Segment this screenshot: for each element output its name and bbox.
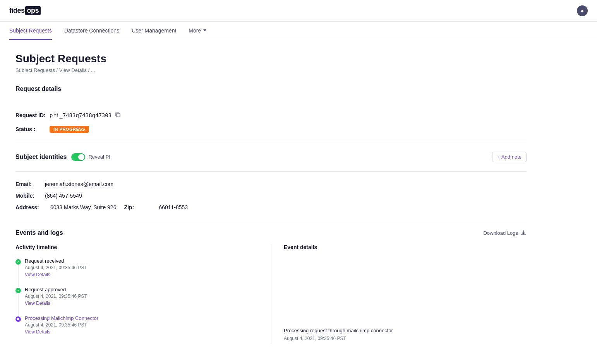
page-content: Subject Requests Subject Requests / View…	[0, 40, 542, 356]
download-icon	[520, 230, 527, 236]
subject-identities-header-left: Subject identities Reveal PII	[15, 153, 112, 161]
nav-more[interactable]: More	[189, 22, 206, 40]
timeline-view-details-3[interactable]: View Details	[25, 329, 259, 335]
user-avatar-icon[interactable]: ●	[577, 5, 588, 16]
svg-rect-0	[117, 113, 120, 117]
events-grid: Activity timeline Request received Augus…	[15, 244, 527, 344]
main-nav: Subject Requests Datastore Connections U…	[0, 22, 597, 40]
chevron-down-icon	[203, 29, 206, 31]
email-value: jeremiah.stones@email.com	[45, 181, 113, 187]
subject-identities-title: Subject identities	[15, 154, 67, 161]
request-id-label: Request ID:	[15, 112, 46, 118]
events-logs-title: Events and logs	[15, 229, 63, 236]
timeline-view-details-2[interactable]: View Details	[25, 301, 259, 306]
timeline-item-3: Processing Mailchimp Connector August 4,…	[15, 315, 259, 335]
mobile-field-row: Mobile: (864) 457-5549	[15, 193, 527, 199]
nav-subject-requests[interactable]: Subject Requests	[9, 22, 52, 40]
timeline-dot-1	[15, 259, 21, 265]
address-label: Address:	[15, 204, 43, 210]
event-details-col-title: Event details	[284, 244, 527, 250]
event-detail-timestamp: August 4, 2021, 09:35:46 PST	[284, 336, 527, 341]
timeline-event-title-2: Request approved	[25, 287, 259, 292]
email-field-row: Email: jeremiah.stones@email.com	[15, 181, 527, 187]
divider-3	[15, 171, 527, 172]
timeline-line-2	[18, 293, 19, 316]
add-note-button[interactable]: + Add note	[492, 152, 527, 162]
timeline-event-title-1: Request received	[25, 258, 259, 264]
status-label: Status :	[15, 126, 46, 132]
mobile-label: Mobile:	[15, 193, 43, 199]
request-id-value: pri_7483q7438q47303	[50, 112, 112, 118]
copy-icon[interactable]	[115, 111, 121, 119]
timeline-timestamp-1: August 4, 2021, 09:35:46 PST	[25, 265, 259, 270]
divider-2	[15, 142, 527, 142]
event-details-col: Event details Processing request through…	[271, 244, 527, 344]
timeline-item-2: Request approved August 4, 2021, 09:35:4…	[15, 287, 259, 306]
logo: fidesops	[9, 6, 41, 15]
email-label: Email:	[15, 181, 43, 187]
request-id-row: Request ID: pri_7483q7438q47303	[15, 111, 527, 119]
nav-user-management[interactable]: User Management	[132, 22, 176, 40]
divider-4	[15, 220, 527, 220]
mobile-value: (864) 457-5549	[45, 193, 82, 199]
address-value: 6033 Marks Way, Suite 926	[50, 204, 116, 210]
status-badge: IN PROGRESS	[50, 126, 89, 133]
logo-ops-text: ops	[25, 6, 41, 15]
toggle-label: Reveal PII	[88, 154, 112, 160]
timeline-view-details-1[interactable]: View Details	[25, 272, 259, 277]
toggle-knob	[78, 154, 84, 160]
timeline-line-1	[18, 265, 19, 287]
event-detail-block: Processing request through mailchimp con…	[284, 328, 527, 341]
timeline-item-1: Request received August 4, 2021, 09:35:4…	[15, 258, 259, 277]
divider-1	[15, 102, 527, 102]
timeline-dot-3	[15, 316, 21, 322]
breadcrumb: Subject Requests / View Details / ...	[15, 67, 527, 73]
page-title: Subject Requests	[15, 53, 527, 65]
top-bar: fidesops ●	[0, 0, 597, 22]
zip-label: Zip:	[124, 204, 151, 210]
subject-identities-header: Subject identities Reveal PII + Add note	[15, 152, 527, 162]
events-logs-header: Events and logs Download Logs	[15, 229, 527, 236]
download-logs-label: Download Logs	[483, 230, 518, 236]
zip-value: 66011-8553	[159, 204, 188, 210]
status-row: Status : IN PROGRESS	[15, 126, 527, 133]
address-row: Address: 6033 Marks Way, Suite 926 Zip: …	[15, 204, 527, 210]
download-logs-button[interactable]: Download Logs	[483, 230, 527, 236]
timeline-dot-2	[15, 288, 21, 293]
request-details-title: Request details	[15, 85, 527, 92]
nav-datastore-connections[interactable]: Datastore Connections	[64, 22, 119, 40]
logo-fides-text: fides	[9, 7, 25, 15]
timeline-timestamp-3: August 4, 2021, 09:35:46 PST	[25, 322, 259, 328]
activity-col: Activity timeline Request received Augus…	[15, 244, 271, 344]
timeline-timestamp-2: August 4, 2021, 09:35:46 PST	[25, 294, 259, 299]
event-detail-title: Processing request through mailchimp con…	[284, 328, 527, 333]
activity-col-title: Activity timeline	[15, 244, 259, 250]
timeline-event-title-3[interactable]: Processing Mailchimp Connector	[25, 315, 259, 321]
reveal-pii-toggle[interactable]	[71, 153, 85, 161]
reveal-pii-toggle-container: Reveal PII	[71, 153, 112, 161]
